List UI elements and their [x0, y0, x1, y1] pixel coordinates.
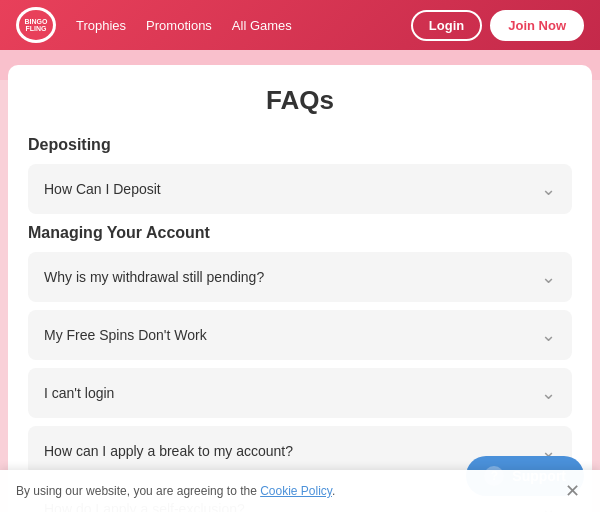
login-button[interactable]: Login: [411, 10, 482, 41]
section-managing-title: Managing Your Account: [28, 224, 572, 242]
cookie-banner: By using our website, you are agreeing t…: [0, 470, 600, 512]
faq-item-break-label: How can I apply a break to my account?: [44, 443, 293, 459]
header: BINGOFLING Trophies Promotions All Games…: [0, 0, 600, 50]
chevron-down-icon: ⌄: [541, 178, 556, 200]
logo[interactable]: BINGOFLING: [16, 7, 56, 43]
nav-all-games[interactable]: All Games: [232, 18, 292, 33]
faq-item-withdrawal[interactable]: Why is my withdrawal still pending? ⌄: [28, 252, 572, 302]
cookie-text: By using our website, you are agreeing t…: [16, 484, 335, 498]
faq-title: FAQs: [28, 85, 572, 116]
chevron-down-icon: ⌄: [541, 382, 556, 404]
faq-item-login-label: I can't login: [44, 385, 114, 401]
faq-item-deposit[interactable]: How Can I Deposit ⌄: [28, 164, 572, 214]
chevron-down-icon: ⌄: [541, 324, 556, 346]
faq-item-free-spins[interactable]: My Free Spins Don't Work ⌄: [28, 310, 572, 360]
faq-item-deposit-label: How Can I Deposit: [44, 181, 161, 197]
cookie-close-button[interactable]: ✕: [561, 480, 584, 502]
cookie-policy-link[interactable]: Cookie Policy: [260, 484, 332, 498]
faq-container: FAQs Depositing How Can I Deposit ⌄ Mana…: [8, 65, 592, 512]
chevron-down-icon: ⌄: [541, 266, 556, 288]
faq-item-free-spins-label: My Free Spins Don't Work: [44, 327, 207, 343]
nav-trophies[interactable]: Trophies: [76, 18, 126, 33]
logo-text: BINGOFLING: [25, 18, 48, 32]
nav-links: Trophies Promotions All Games: [76, 18, 411, 33]
section-depositing-title: Depositing: [28, 136, 572, 154]
nav-promotions[interactable]: Promotions: [146, 18, 212, 33]
faq-item-withdrawal-label: Why is my withdrawal still pending?: [44, 269, 264, 285]
header-buttons: Login Join Now: [411, 10, 584, 41]
join-now-button[interactable]: Join Now: [490, 10, 584, 41]
faq-item-login[interactable]: I can't login ⌄: [28, 368, 572, 418]
